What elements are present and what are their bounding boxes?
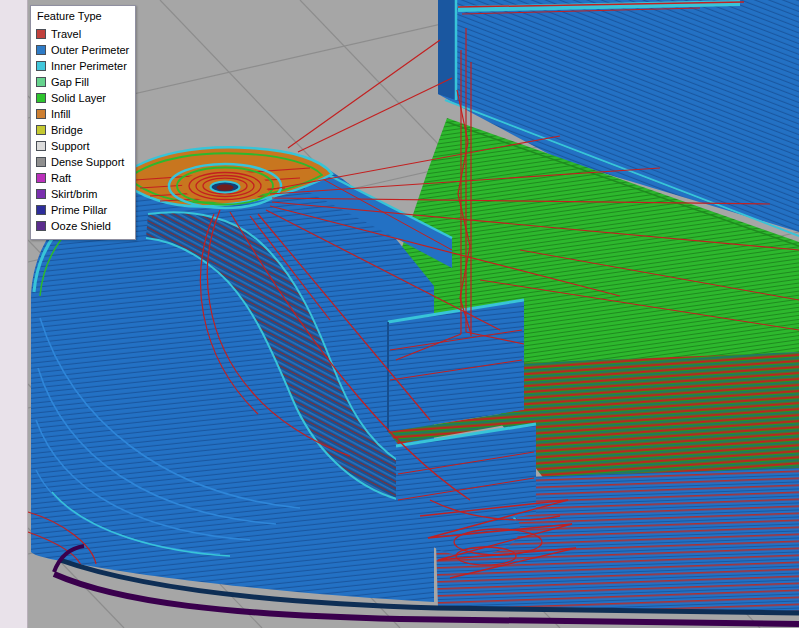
legend-item-label: Infill (51, 108, 71, 120)
model-infill-band (498, 352, 799, 480)
color-swatch (36, 157, 46, 167)
color-swatch (36, 77, 46, 87)
color-swatch (36, 189, 46, 199)
legend-item-solid-layer: Solid Layer (36, 90, 130, 106)
legend-item-label: Inner Perimeter (51, 60, 127, 72)
legend-item-support: Support (36, 138, 130, 154)
color-swatch (36, 61, 46, 71)
legend-item-dense-support: Dense Support (36, 154, 130, 170)
legend-item-infill: Infill (36, 106, 130, 122)
legend-item-raft: Raft (36, 170, 130, 186)
legend-item-label: Dense Support (51, 156, 124, 168)
color-swatch (36, 205, 46, 215)
legend-item-bridge: Bridge (36, 122, 130, 138)
color-swatch (36, 29, 46, 39)
legend-item-label: Ooze Shield (51, 220, 111, 232)
side-panel-strip (0, 0, 28, 628)
legend-item-label: Bridge (51, 124, 83, 136)
legend-item-ooze-shield: Ooze Shield (36, 218, 130, 234)
print-model (28, 0, 799, 624)
legend-item-skirt-brim: Skirt/brim (36, 186, 130, 202)
legend-item-label: Outer Perimeter (51, 44, 129, 56)
legend-item-gap-fill: Gap Fill (36, 74, 130, 90)
color-swatch (36, 93, 46, 103)
legend-item-label: Support (51, 140, 90, 152)
legend-item-label: Prime Pillar (51, 204, 107, 216)
model-center-blocks (388, 300, 536, 536)
color-swatch (36, 141, 46, 151)
legend-item-prime-pillar: Prime Pillar (36, 202, 130, 218)
slicer-preview-window: Feature Type TravelOuter PerimeterInner … (0, 0, 799, 628)
color-swatch (36, 221, 46, 231)
legend-item-travel: Travel (36, 26, 130, 42)
legend-item-outer-perimeter: Outer Perimeter (36, 42, 130, 58)
legend-item-label: Solid Layer (51, 92, 106, 104)
color-swatch (36, 109, 46, 119)
legend-item-label: Gap Fill (51, 76, 89, 88)
legend-item-label: Travel (51, 28, 81, 40)
legend-items: TravelOuter PerimeterInner PerimeterGap … (36, 26, 130, 234)
legend-item-inner-perimeter: Inner Perimeter (36, 58, 130, 74)
legend-item-label: Raft (51, 172, 71, 184)
feature-type-legend: Feature Type TravelOuter PerimeterInner … (30, 5, 136, 240)
color-swatch (36, 125, 46, 135)
legend-title: Feature Type (37, 10, 130, 22)
color-swatch (36, 173, 46, 183)
color-swatch (36, 45, 46, 55)
legend-item-label: Skirt/brim (51, 188, 97, 200)
